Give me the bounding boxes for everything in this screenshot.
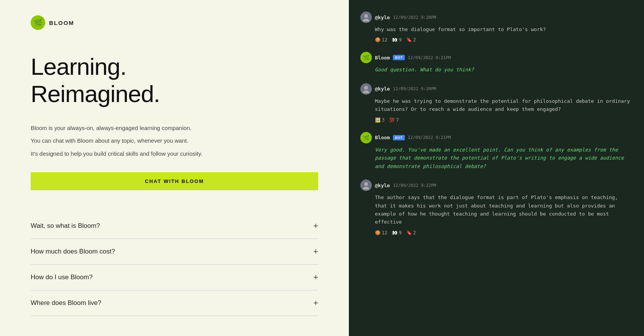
reaction-5-1: 👀 9 xyxy=(392,230,401,236)
kyle-avatar-5 xyxy=(360,180,372,191)
faq-item-4[interactable]: Where does Bloom live? + xyxy=(31,290,318,316)
reaction-1-2: 🔖 2 xyxy=(406,37,416,43)
message-header-3: @kyle 12/09/2022 9:20PM xyxy=(360,83,632,95)
faq-expand-icon-2: + xyxy=(313,247,318,257)
reactions-5: 🍪 12 👀 9 🔖 2 xyxy=(360,230,632,236)
message-text-4: Very good. You've made an excellent poin… xyxy=(360,146,632,170)
hero-line1: Learning. xyxy=(31,53,127,80)
username-5: @kyle xyxy=(375,183,390,188)
reactions-1: 🍪 12 👀 9 🔖 2 xyxy=(360,37,632,43)
faq-expand-icon-3: + xyxy=(313,272,318,282)
faq-item-1[interactable]: Wait, so what is Bloom? + xyxy=(31,213,318,239)
faq-question-2: How much does Bloom cost? xyxy=(31,248,115,255)
kyle-avatar-1 xyxy=(360,12,372,23)
chat-message-3: @kyle 12/09/2022 9:20PM Maybe he was try… xyxy=(360,83,632,123)
left-panel: 🌿 BLOOM Learning. Reimagined. Bloom is y… xyxy=(0,0,349,336)
message-text-2: Good question. What do you think? xyxy=(360,66,632,74)
timestamp-2: 12/09/2022 9:21PM xyxy=(408,55,451,60)
message-header-2: 🌿 Bloom BOT 12/09/2022 9:21PM xyxy=(360,52,632,63)
username-4: Bloom xyxy=(375,135,390,140)
bot-badge-2: BOT xyxy=(393,55,405,60)
faq-question-3: How do I use Bloom? xyxy=(31,273,93,281)
reaction-1-1: 👀 9 xyxy=(392,37,401,43)
timestamp-5: 12/09/2022 9:22PM xyxy=(393,183,436,188)
faq-section: Wait, so what is Bloom? + How much does … xyxy=(31,213,318,316)
message-text-5: The author says that the dialogue format… xyxy=(360,193,632,226)
svg-point-2 xyxy=(364,86,368,90)
message-header-4: 🌿 Bloom BOT 12/09/2022 9:21PM xyxy=(360,132,632,143)
chat-message-5: @kyle 12/09/2022 9:22PM The author says … xyxy=(360,180,632,236)
timestamp-1: 12/09/2022 9:20PM xyxy=(393,15,436,20)
faq-item-2[interactable]: How much does Bloom cost? + xyxy=(31,239,318,265)
hero-title: Learning. Reimagined. xyxy=(31,53,318,108)
reactions-3: 🖼️ 3 💯 7 xyxy=(360,117,632,123)
description-3: It's designed to help you build critical… xyxy=(31,149,318,159)
svg-point-4 xyxy=(364,182,368,186)
reaction-3-1: 💯 7 xyxy=(389,117,399,123)
svg-point-0 xyxy=(364,14,368,18)
bloom-avatar-2: 🌿 xyxy=(360,52,372,63)
faq-expand-icon-4: + xyxy=(313,298,318,308)
bot-badge-4: BOT xyxy=(393,135,405,140)
message-text-3: Maybe he was trying to demonstrate the p… xyxy=(360,97,632,114)
reaction-3-0: 🖼️ 3 xyxy=(375,117,384,123)
reaction-1-0: 🍪 12 xyxy=(375,37,387,43)
chat-message-1: @kyle 12/09/2022 9:20PM Why was the dial… xyxy=(360,12,632,43)
svg-point-3 xyxy=(363,91,369,93)
bloom-logo-icon: 🌿 xyxy=(31,15,45,30)
faq-question-1: Wait, so what is Bloom? xyxy=(31,222,100,230)
chat-message-2: 🌿 Bloom BOT 12/09/2022 9:21PM Good quest… xyxy=(360,52,632,74)
chat-message-4: 🌿 Bloom BOT 12/09/2022 9:21PM Very good.… xyxy=(360,132,632,170)
hero-line2: Reimagined. xyxy=(31,81,160,107)
message-text-1: Why was the dialogue format so important… xyxy=(360,25,632,33)
timestamp-3: 12/09/2022 9:20PM xyxy=(393,86,436,91)
reaction-5-2: 🔖 2 xyxy=(406,230,416,236)
message-header-1: @kyle 12/09/2022 9:20PM xyxy=(360,12,632,23)
bloom-avatar-4: 🌿 xyxy=(360,132,372,143)
message-header-5: @kyle 12/09/2022 9:22PM xyxy=(360,180,632,191)
svg-point-1 xyxy=(363,19,369,21)
logo-area: 🌿 BLOOM xyxy=(31,15,318,30)
faq-question-4: Where does Bloom live? xyxy=(31,299,101,307)
kyle-avatar-3 xyxy=(360,83,372,95)
logo-text: BLOOM xyxy=(49,20,74,26)
description-2: You can chat with Bloom about any topic,… xyxy=(31,136,318,146)
svg-point-5 xyxy=(363,187,369,189)
username-1: @kyle xyxy=(375,15,390,20)
username-2: Bloom xyxy=(375,55,390,61)
chat-panel: @kyle 12/09/2022 9:20PM Why was the dial… xyxy=(349,0,644,336)
faq-item-3[interactable]: How do I use Bloom? + xyxy=(31,265,318,290)
description-1: Bloom is your always-on, always-engaged … xyxy=(31,123,318,133)
faq-expand-icon-1: + xyxy=(313,221,318,231)
reaction-5-0: 🍪 12 xyxy=(375,230,387,236)
chat-with-bloom-button[interactable]: CHAT WITH BLOOM xyxy=(31,172,318,190)
username-3: @kyle xyxy=(375,86,390,92)
timestamp-4: 12/09/2022 9:21PM xyxy=(408,135,451,140)
